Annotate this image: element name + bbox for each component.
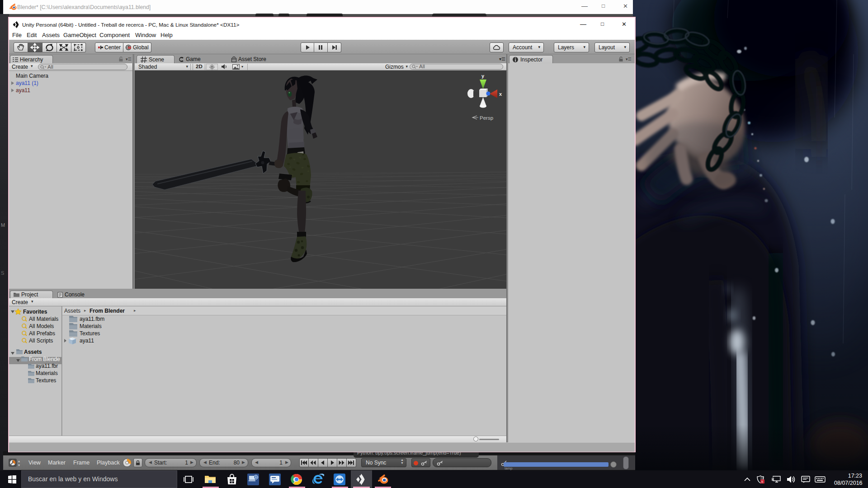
svg-text:Assets: Assets xyxy=(24,349,42,355)
svg-text:aya11: aya11 xyxy=(80,338,94,344)
svg-text:x: x xyxy=(499,91,502,97)
svg-text:Materials: Materials xyxy=(36,370,58,376)
svg-text:Persp: Persp xyxy=(480,115,493,121)
svg-text:Favorites: Favorites xyxy=(23,309,47,315)
svg-text:Textures: Textures xyxy=(80,330,100,337)
svg-text:All Prefabs: All Prefabs xyxy=(29,330,55,337)
svg-text:!: ! xyxy=(762,480,763,484)
svg-text:Textures: Textures xyxy=(36,377,56,384)
svg-text:aya11.fbm: aya11.fbm xyxy=(80,316,104,322)
svg-text:All Scripts: All Scripts xyxy=(29,338,53,344)
svg-text:y: y xyxy=(481,73,485,79)
svg-text:aya11.fbr: aya11.fbr xyxy=(36,363,58,369)
svg-text:All Materials: All Materials xyxy=(29,316,58,322)
svg-text:Materials: Materials xyxy=(80,323,102,329)
svg-text:All Models: All Models xyxy=(29,323,54,329)
svg-text:From Blende: From Blende xyxy=(29,356,60,362)
